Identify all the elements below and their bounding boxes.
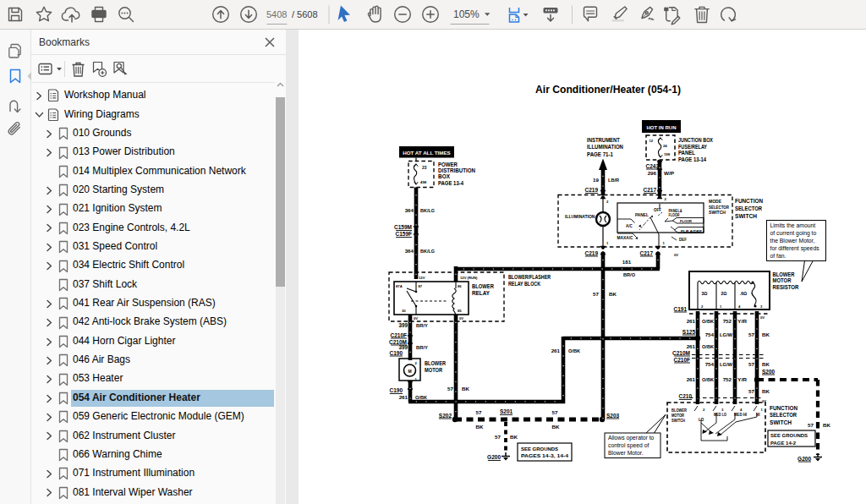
svg-text:HOT AT ALL TIMES: HOT AT ALL TIMES xyxy=(403,150,450,156)
svg-text:C210M: C210M xyxy=(672,350,690,356)
svg-text:296: 296 xyxy=(648,170,657,176)
svg-text:5408: 5408 xyxy=(266,9,287,19)
svg-text:A/C: A/C xyxy=(626,224,633,228)
svg-text:BR/O: BR/O xyxy=(623,271,635,277)
svg-text:OFF: OFF xyxy=(654,208,661,212)
svg-text:23: 23 xyxy=(422,166,427,170)
svg-text:BOX: BOX xyxy=(438,173,451,179)
svg-text:57: 57 xyxy=(748,361,754,367)
svg-text:87A: 87A xyxy=(396,284,403,288)
svg-text:LB/R: LB/R xyxy=(608,177,619,183)
svg-text:S202: S202 xyxy=(439,413,452,419)
svg-text:of current going to: of current going to xyxy=(770,230,817,237)
svg-text:BLOWER: BLOWER xyxy=(472,283,494,289)
svg-text:181: 181 xyxy=(622,259,632,265)
svg-text:PANEL&: PANEL& xyxy=(669,209,683,213)
svg-text:261: 261 xyxy=(687,376,696,382)
svg-text:SEE GROUNDS: SEE GROUNDS xyxy=(770,433,808,438)
svg-text:POWER: POWER xyxy=(438,162,458,167)
svg-text:the Blower Motor,: the Blower Motor, xyxy=(770,238,815,244)
svg-text:3Ω: 3Ω xyxy=(701,291,707,296)
svg-text:DISTRIBUTION: DISTRIBUTION xyxy=(438,167,475,173)
svg-text:364: 364 xyxy=(405,207,414,213)
svg-text:19: 19 xyxy=(593,177,599,183)
svg-text:498: 498 xyxy=(420,180,427,184)
svg-text:754: 754 xyxy=(705,331,715,337)
svg-text:Y/R: Y/R xyxy=(737,376,748,382)
svg-text:PAGE 71-1: PAGE 71-1 xyxy=(587,151,613,157)
svg-text:PANEL: PANEL xyxy=(678,150,695,156)
svg-text:S125: S125 xyxy=(682,329,696,335)
svg-text:BLOWER: BLOWER xyxy=(425,360,446,366)
svg-text:2: 2 xyxy=(701,304,704,309)
svg-text:SWITCH: SWITCH xyxy=(735,212,757,220)
svg-text:BLOWER: BLOWER xyxy=(671,408,687,413)
svg-text:2Ω: 2Ω xyxy=(721,291,726,296)
svg-text:PAGE 13-4: PAGE 13-4 xyxy=(438,180,463,186)
svg-text:BK: BK xyxy=(510,434,518,440)
svg-text:57: 57 xyxy=(748,331,754,337)
svg-text:4: 4 xyxy=(740,408,743,412)
svg-text:261: 261 xyxy=(399,394,408,400)
svg-text:of fan.: of fan. xyxy=(770,253,787,259)
svg-text:57: 57 xyxy=(552,409,558,415)
svg-text:ILLUMINATION: ILLUMINATION xyxy=(565,214,595,219)
svg-text:BK: BK xyxy=(609,291,617,297)
svg-text:BLOWER/FLASHER: BLOWER/FLASHER xyxy=(508,274,551,280)
svg-text:C219: C219 xyxy=(584,187,598,193)
svg-text:S203: S203 xyxy=(606,413,620,419)
svg-text:0V: 0V xyxy=(760,315,765,320)
svg-text:87: 87 xyxy=(419,284,423,288)
svg-text:261: 261 xyxy=(687,318,696,324)
svg-text:SWITCH: SWITCH xyxy=(709,210,726,215)
svg-text:261: 261 xyxy=(551,348,561,353)
svg-text:RELAY: RELAY xyxy=(472,290,491,296)
svg-text:1: 1 xyxy=(606,241,609,245)
svg-text:FUSE/RELAY: FUSE/RELAY xyxy=(678,144,708,150)
svg-text:BK/LG: BK/LG xyxy=(420,248,435,254)
svg-text:C210F: C210F xyxy=(390,332,407,338)
svg-text:O/BK: O/BK xyxy=(415,394,427,400)
svg-text:105%: 105% xyxy=(453,8,480,20)
svg-text:BLOWER: BLOWER xyxy=(773,271,795,277)
svg-text:PAGE 14-2: PAGE 14-2 xyxy=(770,441,797,446)
svg-text:G200: G200 xyxy=(487,454,501,460)
svg-text:0V: 0V xyxy=(674,253,678,257)
svg-text:FLOOR: FLOOR xyxy=(680,219,693,223)
svg-text:C217: C217 xyxy=(639,250,653,256)
svg-text:BK: BK xyxy=(552,424,560,430)
svg-text:MAXA/C: MAXA/C xyxy=(617,236,634,240)
svg-text:752: 752 xyxy=(723,318,732,324)
svg-text:MOTOR: MOTOR xyxy=(425,367,442,373)
svg-text:2: 2 xyxy=(703,408,705,412)
svg-text:12V: 12V xyxy=(419,276,425,280)
svg-text:Air Conditioner/Heater (054-1): Air Conditioner/Heater (054-1) xyxy=(535,84,681,96)
svg-text:Y/R: Y/R xyxy=(737,318,748,324)
svg-text:85: 85 xyxy=(458,309,462,313)
svg-text:G200: G200 xyxy=(797,456,811,462)
svg-text:754: 754 xyxy=(705,361,715,367)
svg-text:261: 261 xyxy=(687,343,696,349)
svg-text:57: 57 xyxy=(476,409,482,415)
svg-text:SWITCH: SWITCH xyxy=(770,419,792,426)
svg-text:O/BK: O/BK xyxy=(568,348,580,353)
svg-text:0V: 0V xyxy=(459,316,463,320)
svg-text:57: 57 xyxy=(447,386,453,392)
svg-text:C210F: C210F xyxy=(673,357,690,363)
svg-text:HOT IN RUN: HOT IN RUN xyxy=(647,125,677,130)
svg-text:C191: C191 xyxy=(673,306,687,312)
svg-text:SWITCH: SWITCH xyxy=(671,419,685,423)
svg-text:FLR A/DEF: FLR A/DEF xyxy=(681,229,702,233)
svg-text:1: 1 xyxy=(761,408,764,412)
svg-text:BR/Y: BR/Y xyxy=(416,322,429,328)
svg-text:MOTOR: MOTOR xyxy=(671,414,684,418)
svg-text:BR/Y: BR/Y xyxy=(416,344,429,350)
svg-text:SELECTOR: SELECTOR xyxy=(709,205,729,210)
svg-text:S201: S201 xyxy=(500,408,513,414)
svg-text:C159M: C159M xyxy=(394,224,412,230)
svg-text:1: 1 xyxy=(720,304,722,309)
svg-text:364: 364 xyxy=(405,248,414,254)
svg-text:PANEL: PANEL xyxy=(635,213,649,217)
svg-text:BK/LG: BK/LG xyxy=(420,207,435,213)
svg-text:ILLUMINATION: ILLUMINATION xyxy=(587,144,623,150)
